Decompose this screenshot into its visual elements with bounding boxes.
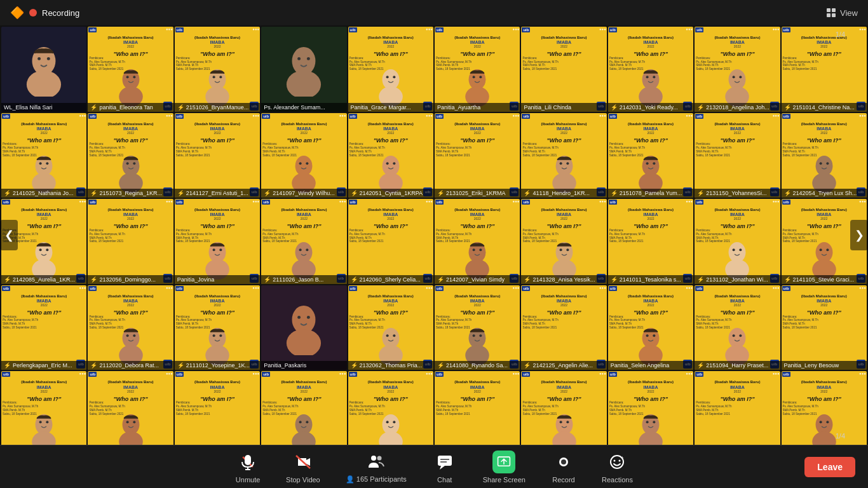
svg-point-147 — [826, 421, 829, 423]
svg-point-47 — [306, 162, 309, 165]
uib-badge: uib — [695, 200, 703, 205]
unmute-button[interactable]: Unmute — [222, 447, 273, 487]
uib-badge: uib — [782, 286, 790, 291]
tile-name-label: Panitia_Paskaris — [261, 361, 346, 370]
uib-badge: uib — [262, 200, 270, 205]
tile-name-label: ⚡2151014_Christine Na... — [782, 103, 867, 112]
view-label: View — [840, 8, 858, 18]
lightning-icon: ⚡ — [351, 190, 358, 196]
lightning-icon: ⚡ — [697, 104, 704, 111]
grid-icon — [826, 8, 836, 18]
toolbar: Unmute Stop Video 👤 165 Participants — [0, 445, 868, 488]
uib-badge: uib — [175, 372, 184, 377]
video-tile: uib ●●● (Ibadah Mahasiswa Baru) IMABA 20… — [521, 199, 606, 284]
stop-video-label: Stop Video — [286, 476, 320, 484]
uib-badge: uib — [522, 27, 530, 32]
svg-point-26 — [473, 76, 475, 79]
svg-point-51 — [393, 162, 395, 165]
svg-point-34 — [733, 76, 735, 79]
lightning-icon: ⚡ — [611, 190, 618, 196]
svg-point-138 — [559, 421, 562, 423]
lightning-icon: ⚡ — [90, 362, 97, 369]
svg-point-102 — [298, 316, 301, 319]
video-tile: uib ●●● (Ibadah Mahasiswa Baru) IMABA 20… — [88, 27, 173, 112]
view-button[interactable]: View — [826, 8, 858, 18]
participants-icon — [365, 450, 388, 473]
chat-button[interactable]: Chat — [419, 447, 470, 487]
stop-video-button[interactable]: Stop Video — [273, 447, 333, 487]
reactions-button[interactable]: + Reactions — [589, 447, 646, 487]
video-tile: uib ●●● (Ibadah Mahasiswa Baru) IMABA 20… — [88, 113, 173, 198]
video-tile: uib ●●● (Ibadah Mahasiswa Baru) IMABA 20… — [348, 113, 433, 198]
svg-point-27 — [480, 76, 482, 79]
svg-point-99 — [219, 334, 222, 337]
svg-point-11 — [133, 76, 135, 79]
lightning-icon: ⚡ — [784, 190, 791, 196]
uib-badge: uib — [609, 372, 617, 377]
svg-point-38 — [39, 162, 42, 165]
svg-point-134 — [386, 421, 388, 423]
record-icon — [552, 451, 575, 473]
lightning-icon: ⚡ — [90, 104, 97, 111]
lightning-icon: ⚡ — [437, 190, 444, 196]
svg-rect-2 — [827, 13, 831, 17]
nav-left-arrow[interactable]: ❮ — [0, 220, 18, 250]
person-avatar — [374, 64, 408, 107]
svg-point-119 — [740, 334, 742, 337]
video-tile: uib ●●● (Ibadah Mahasiswa Baru) IMABA 20… — [175, 371, 260, 456]
svg-point-19 — [307, 57, 310, 60]
video-tile: uib ●●● (Ibadah Mahasiswa Baru) IMABA 20… — [261, 113, 346, 198]
svg-rect-3 — [832, 13, 836, 17]
tile-name-label: ⚡2141105_Stevie Graci... — [782, 275, 867, 284]
leave-button[interactable]: Leave — [804, 457, 855, 477]
tile-name-label: ⚡2132062_Thomas Pria... — [348, 361, 433, 370]
tile-name-label: Ps. Alexander Sumam... — [261, 103, 346, 112]
uib-badge: uib — [262, 114, 270, 119]
svg-point-95 — [133, 334, 135, 337]
share-screen-button[interactable]: Share Screen — [470, 447, 538, 487]
svg-point-87 — [740, 248, 742, 251]
lightning-icon: ⚡ — [524, 276, 531, 283]
video-tile: uib ●●● (Ibadah Mahasiswa Baru) IMABA 20… — [1, 113, 86, 198]
person-avatar — [460, 237, 494, 280]
camera-icon — [292, 451, 315, 473]
participants-button[interactable]: 👤 165 Participants — [333, 446, 419, 487]
topbar: 🔶 Recording View — [0, 0, 868, 25]
video-tile: uib ●●● (Ibadah Mahasiswa Baru) IMABA 20… — [435, 113, 520, 198]
svg-point-63 — [826, 162, 829, 165]
record-button[interactable]: Record — [538, 447, 589, 487]
svg-point-122 — [39, 421, 42, 423]
video-tile: uib ●●● (Ibadah Mahasiswa Baru) IMABA 20… — [521, 371, 606, 456]
tile-name-label: ⚡2111012_Yosepine_1K... — [175, 361, 260, 370]
nav-right-arrow[interactable]: ❯ — [850, 220, 868, 250]
svg-point-70 — [213, 248, 215, 251]
uib-badge: uib — [782, 27, 790, 32]
video-tile: uib ●●● (Ibadah Mahasiswa Baru) IMABA 20… — [782, 285, 867, 370]
lightning-icon: ⚡ — [4, 190, 11, 196]
person-avatar — [807, 151, 841, 193]
uib-badge: uib — [349, 200, 357, 205]
uib-badge: uib — [2, 114, 10, 119]
lightning-icon: ⚡ — [177, 190, 184, 196]
person-avatar — [280, 41, 327, 97]
svg-point-35 — [740, 76, 742, 79]
tile-name-label: Panitia_Lili Chinda — [521, 103, 606, 112]
lightning-icon: ⚡ — [351, 276, 358, 283]
uib-badge: uib — [695, 372, 703, 377]
video-tile: uib ●●● (Ibadah Mahasiswa Baru) IMABA 20… — [608, 371, 693, 456]
recording-text: Recording — [42, 8, 79, 18]
svg-point-142 — [646, 421, 649, 423]
tile-name-label: ⚡2151078_Pamela Yum... — [608, 189, 693, 198]
uib-badge: uib — [782, 200, 790, 205]
uib-badge: uib — [175, 114, 184, 119]
uib-badge: uib — [2, 200, 10, 205]
tile-name-label: ⚡2142031_Yoki Ready... — [608, 103, 693, 112]
video-tile: uib ●●● (Ibadah Mahasiswa Baru) IMABA 20… — [261, 199, 346, 284]
video-tile: uib ●●● (Ibadah Mahasiswa Baru) IMABA 20… — [348, 371, 433, 456]
reactions-icon: + — [606, 451, 628, 473]
uib-badge: uib — [175, 200, 184, 205]
svg-point-78 — [473, 248, 475, 251]
uib-badge: uib — [175, 27, 184, 32]
uib-badge: uib — [349, 114, 357, 119]
lightning-icon: ⚡ — [264, 276, 271, 283]
